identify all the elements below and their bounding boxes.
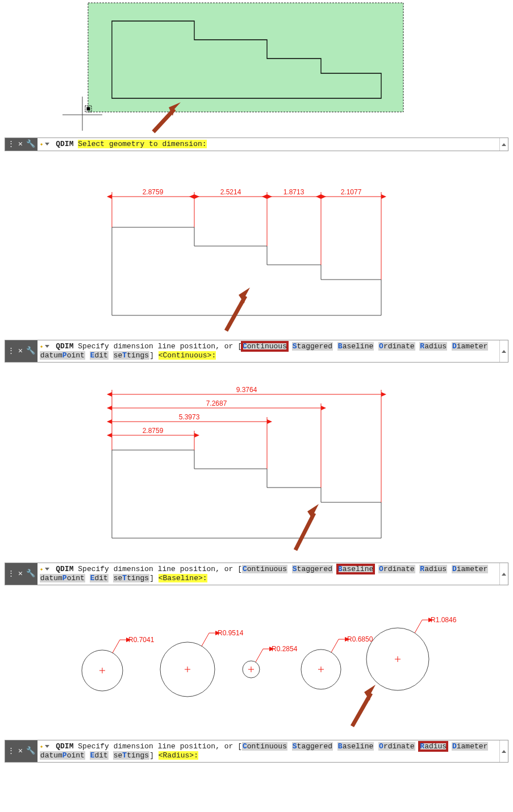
- canvas-select[interactable]: [0, 0, 513, 136]
- option-radius[interactable]: Radius: [419, 565, 447, 573]
- option-continuous[interactable]: Continuous: [242, 742, 287, 751]
- command-line-3[interactable]: ⋮ ✕ 🔧 ✦ QDIM Specify dimension line posi…: [5, 563, 508, 585]
- option-baseline[interactable]: Baseline: [337, 342, 374, 351]
- star-icon: ✦: [40, 343, 44, 350]
- panel-continuous: 2.8759 2.5214 1.8713 2.1077 ⋮ ✕ 🔧 ✦ QDIM…: [0, 168, 513, 363]
- svg-line-43: [202, 633, 209, 646]
- cmd-toolbox: ⋮ ✕ 🔧: [5, 740, 37, 762]
- star-icon: ✦: [40, 743, 44, 750]
- command-input[interactable]: ✦ QDIM Specify dimension line position, …: [37, 563, 499, 585]
- cmd-toolbox: ⋮ ✕ 🔧: [5, 138, 37, 151]
- command-line-1[interactable]: ⋮ ✕ 🔧 ✦ QDIM Select geometry to dimensio…: [5, 138, 508, 151]
- cmd-toolbox: ⋮ ✕ 🔧: [5, 340, 37, 362]
- radius-value: R1.0846: [431, 616, 457, 624]
- history-icon[interactable]: [499, 740, 508, 762]
- star-icon: ✦: [40, 566, 44, 573]
- wrench-icon[interactable]: 🔧: [26, 139, 35, 149]
- cmd-default: <Radius>:: [159, 751, 198, 760]
- history-icon[interactable]: [499, 340, 508, 362]
- panel-select: ⋮ ✕ 🔧 ✦ QDIM Select geometry to dimensio…: [0, 0, 513, 151]
- radius-value: R0.9514: [218, 629, 244, 637]
- option-settings[interactable]: seTtings: [113, 574, 149, 582]
- options-icon[interactable]: ⋮: [7, 346, 15, 356]
- canvas-radius[interactable]: R0.7041 R0.9514 R0.2854 R0.6850 R1.0846: [0, 602, 513, 739]
- options-icon[interactable]: ⋮: [7, 746, 15, 756]
- command-input[interactable]: ✦ QDIM Specify dimension line position, …: [37, 340, 499, 362]
- svg-line-25: [295, 513, 314, 550]
- options-icon[interactable]: ⋮: [7, 569, 15, 579]
- cmd-toolbox: ⋮ ✕ 🔧: [5, 563, 37, 585]
- panel-radius: R0.7041 R0.9514 R0.2854 R0.6850 R1.0846 …: [0, 602, 513, 763]
- radius-value: R0.7041: [128, 636, 155, 644]
- cmd-prompt: Specify dimension line position, or: [78, 342, 233, 351]
- cmd-name: QDIM: [56, 342, 73, 351]
- option-staggered[interactable]: Staggered: [292, 342, 333, 351]
- option-datumpoint[interactable]: datumPoint: [40, 574, 85, 582]
- svg-rect-0: [88, 3, 403, 112]
- close-icon[interactable]: ✕: [18, 746, 23, 756]
- option-continuous[interactable]: Continuous: [242, 342, 287, 351]
- command-input[interactable]: ✦ QDIM Specify dimension line position, …: [37, 740, 499, 762]
- dropdown-icon[interactable]: [45, 345, 49, 348]
- command-line-4[interactable]: ⋮ ✕ 🔧 ✦ QDIM Specify dimension line posi…: [5, 740, 508, 763]
- option-staggered[interactable]: Staggered: [292, 565, 333, 573]
- cmd-name: QDIM: [56, 565, 73, 573]
- radius-value: R0.6850: [347, 635, 373, 643]
- options-icon[interactable]: ⋮: [7, 139, 15, 149]
- option-ordinate[interactable]: Ordinate: [378, 742, 415, 751]
- wrench-icon[interactable]: 🔧: [26, 746, 35, 756]
- history-icon[interactable]: [499, 563, 508, 585]
- option-ordinate[interactable]: Ordinate: [378, 342, 415, 351]
- cmd-prompt: Select geometry to dimension:: [78, 140, 206, 148]
- radius-value: R0.2854: [272, 645, 298, 653]
- option-settings[interactable]: seTtings: [113, 351, 149, 360]
- canvas-baseline[interactable]: 2.8759 5.3973 7.2687 9.3764: [0, 380, 513, 561]
- option-diameter[interactable]: Diameter: [452, 565, 488, 573]
- option-settings[interactable]: seTtings: [113, 751, 149, 760]
- dropdown-icon[interactable]: [45, 568, 49, 571]
- close-icon[interactable]: ✕: [18, 569, 23, 579]
- cmd-default: <Continuous>:: [159, 351, 216, 360]
- option-diameter[interactable]: Diameter: [452, 342, 488, 351]
- dim-value: 2.8759: [143, 188, 164, 196]
- cmd-default: <Baseline>:: [159, 574, 207, 582]
- dim-value: 2.1077: [341, 188, 362, 196]
- option-edit[interactable]: Edit: [90, 751, 109, 760]
- svg-line-15: [226, 296, 245, 331]
- option-continuous[interactable]: Continuous: [242, 565, 287, 573]
- command-line-2[interactable]: ⋮ ✕ 🔧 ✦ QDIM Specify dimension line posi…: [5, 340, 508, 363]
- option-ordinate[interactable]: Ordinate: [378, 565, 415, 573]
- cmd-prompt: Specify dimension line position, or: [78, 742, 233, 751]
- option-diameter[interactable]: Diameter: [452, 742, 488, 751]
- command-input[interactable]: ✦ QDIM Select geometry to dimension:: [37, 138, 499, 151]
- svg-rect-4: [87, 107, 90, 111]
- cmd-prompt: Specify dimension line position, or: [78, 565, 233, 573]
- dim-value: 2.5214: [220, 188, 241, 196]
- svg-line-45: [256, 649, 263, 662]
- wrench-icon[interactable]: 🔧: [26, 346, 35, 356]
- option-radius[interactable]: Radius: [419, 342, 447, 351]
- dropdown-icon[interactable]: [45, 745, 49, 748]
- canvas-continuous[interactable]: 2.8759 2.5214 1.8713 2.1077: [0, 168, 513, 339]
- option-datumpoint[interactable]: datumPoint: [40, 351, 85, 360]
- option-staggered[interactable]: Staggered: [292, 742, 333, 751]
- svg-line-47: [331, 639, 339, 652]
- close-icon[interactable]: ✕: [18, 346, 23, 356]
- svg-line-51: [352, 693, 371, 726]
- option-edit[interactable]: Edit: [90, 574, 109, 582]
- option-radius[interactable]: Radius: [419, 742, 447, 751]
- star-icon: ✦: [40, 141, 44, 148]
- option-baseline[interactable]: Baseline: [337, 565, 374, 573]
- dim-value: 7.2687: [206, 399, 227, 407]
- dropdown-icon[interactable]: [45, 143, 49, 145]
- close-icon[interactable]: ✕: [18, 139, 23, 149]
- svg-line-41: [112, 640, 120, 653]
- wrench-icon[interactable]: 🔧: [26, 569, 35, 579]
- option-datumpoint[interactable]: datumPoint: [40, 751, 85, 760]
- panel-baseline: 2.8759 5.3973 7.2687 9.3764 ⋮ ✕ 🔧 ✦ QDIM…: [0, 380, 513, 585]
- option-edit[interactable]: Edit: [90, 351, 109, 360]
- cmd-name: QDIM: [56, 742, 73, 751]
- cmd-name: QDIM: [56, 140, 73, 148]
- option-baseline[interactable]: Baseline: [337, 742, 374, 751]
- history-icon[interactable]: [499, 138, 508, 151]
